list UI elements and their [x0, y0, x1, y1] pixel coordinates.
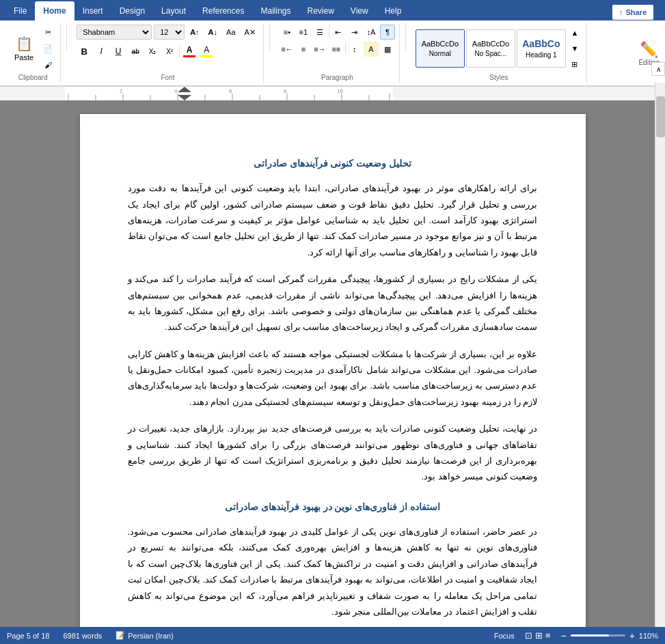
tab-references[interactable]: References — [194, 1, 252, 20]
cut-button[interactable]: ✂ — [40, 25, 56, 40]
section2-title: استفاده از فناوری‌های نوین در بهبود فرآی… — [128, 499, 538, 516]
font-color-button[interactable]: A — [182, 44, 197, 59]
font-label: Font — [161, 72, 174, 81]
bullets-button[interactable]: ≡• — [280, 25, 295, 40]
tab-review[interactable]: Review — [299, 1, 342, 20]
subscript-button[interactable]: X₂ — [145, 44, 160, 59]
para-row2: ≡← ≡ ≡→ ≡≡ ↕ A ▦ — [280, 42, 395, 57]
tab-help[interactable]: Help — [377, 1, 410, 20]
share-button[interactable]: ↑ Share — [612, 4, 654, 20]
zoom-level: 110% — [639, 632, 658, 640]
page-info: Page 5 of 18 — [7, 632, 49, 640]
word-count: 6981 words — [63, 632, 102, 640]
collapse-ribbon-button[interactable]: ∧ — [651, 62, 665, 76]
style-nospace-preview: AaBbCcDo — [472, 40, 509, 48]
decrease-indent-button[interactable]: ⇤ — [331, 25, 346, 40]
paste-button[interactable]: 📋 Paste — [10, 33, 38, 64]
superscript-button[interactable]: X² — [162, 44, 177, 59]
tab-file[interactable]: File — [5, 1, 35, 20]
tab-design[interactable]: Design — [111, 1, 153, 20]
ribbon: File Home Insert Design Layout Reference… — [0, 0, 665, 87]
clipboard-sub-buttons: ✂ 📄 🖌 — [40, 25, 56, 72]
status-bar-right: Focus ⊡ ⊞ ≡ − + 110% — [494, 630, 658, 641]
styles-more[interactable]: ⊞ — [567, 57, 582, 72]
tab-mailings[interactable]: Mailings — [252, 1, 299, 20]
highlight-color-button[interactable]: A — [199, 44, 214, 59]
paragraph-label: Paragraph — [321, 72, 353, 81]
scrollbar-thumb[interactable] — [656, 96, 665, 137]
zoom-slider[interactable] — [571, 634, 625, 636]
align-center-button[interactable]: ≡ — [296, 42, 311, 57]
section1-p2: یکی از مشکلات رایج در بسیاری از کشورها، … — [128, 271, 538, 335]
scrollbar[interactable] — [655, 83, 665, 627]
focus-button[interactable]: Focus — [494, 632, 515, 640]
document-page: تحلیل وضعیت کنونی فرآیندهای صادراتی برای… — [80, 114, 586, 631]
style-heading1-label: Heading 1 — [526, 51, 557, 59]
align-right-button[interactable]: ≡→ — [312, 42, 327, 57]
font-shrink-button[interactable]: A↓ — [205, 25, 221, 40]
clear-format-button[interactable]: A✕ — [241, 25, 259, 40]
svg-text:10: 10 — [337, 88, 343, 94]
ribbon-tabs: File Home Insert Design Layout Reference… — [0, 0, 665, 20]
para-row1: ≡• ≡1 ☰ ⇤ ⇥ ↕A ¶ — [280, 25, 395, 40]
sep-para1 — [329, 25, 329, 37]
share-icon: ↑ — [619, 8, 623, 16]
format-painter-button[interactable]: 🖌 — [40, 57, 56, 72]
style-nospace[interactable]: AaBbCcDo No Spac... — [466, 29, 515, 68]
font-family-select[interactable]: Shabnam — [77, 25, 152, 40]
print-layout-button[interactable]: ⊡ — [525, 630, 532, 641]
tab-layout[interactable]: Layout — [153, 1, 194, 20]
styles-scroll-up[interactable]: ▲ — [567, 25, 582, 40]
outline-view-button[interactable]: ≡ — [545, 630, 551, 641]
bold-button[interactable]: B — [77, 44, 92, 59]
line-spacing-button[interactable]: ↕ — [347, 42, 362, 57]
highlight-icon: A — [200, 45, 213, 57]
justify-button[interactable]: ≡≡ — [329, 42, 344, 57]
show-marks-button[interactable]: ¶ — [380, 25, 395, 40]
sort-button[interactable]: ↕A — [364, 25, 379, 40]
sep1 — [66, 23, 67, 51]
font-grow-button[interactable]: A↑ — [187, 25, 202, 40]
font-row1: Shabnam 12 A↑ A↓ Aa A✕ — [77, 25, 259, 40]
increase-indent-button[interactable]: ⇥ — [347, 25, 362, 40]
style-normal[interactable]: AaBbCcDo Normal — [416, 29, 465, 68]
align-left-button[interactable]: ≡← — [280, 42, 295, 57]
underline-button[interactable]: U — [111, 44, 126, 59]
sep-font — [179, 45, 180, 57]
borders-button[interactable]: ▦ — [380, 42, 395, 57]
multilevel-list-button[interactable]: ☰ — [312, 25, 327, 40]
zoom-controls: − + 110% — [560, 630, 658, 641]
view-buttons: ⊡ ⊞ ≡ — [525, 630, 551, 641]
ribbon-content: 📋 Paste ✂ 📄 🖌 Clipboard Shabnam — [0, 20, 665, 86]
style-heading1[interactable]: AaBbCo Heading 1 — [517, 29, 566, 68]
document-area: تحلیل وضعیت کنونی فرآیندهای صادراتی برای… — [0, 100, 665, 631]
style-normal-preview: AaBbCcDo — [422, 40, 459, 48]
shading-button[interactable]: A — [364, 42, 379, 57]
copy-button[interactable]: 📄 — [40, 41, 56, 56]
styles-scroll: ▲ ▼ ⊞ — [567, 25, 582, 72]
style-heading1-preview: AaBbCo — [522, 38, 560, 49]
language: 📝 Persian (Iran) — [116, 631, 174, 640]
status-bar: Page 5 of 18 6981 words 📝 Persian (Iran)… — [0, 627, 665, 644]
zoom-in-button[interactable]: + — [629, 630, 635, 641]
web-layout-button[interactable]: ⊞ — [535, 630, 543, 641]
styles-group-content: AaBbCcDo Normal AaBbCcDo No Spac... AaBb… — [416, 25, 582, 72]
sep2 — [269, 23, 270, 51]
font-group: Shabnam 12 A↑ A↓ Aa A✕ B I U ab X₂ X² — [72, 23, 264, 83]
svg-text:4: 4 — [174, 88, 178, 94]
tab-insert[interactable]: Insert — [74, 1, 111, 20]
italic-button[interactable]: I — [94, 44, 109, 59]
styles-group: AaBbCcDo Normal AaBbCcDo No Spac... AaBb… — [411, 23, 587, 83]
tab-view[interactable]: View — [342, 1, 377, 20]
strikethrough-button[interactable]: ab — [128, 44, 143, 59]
font-size-select[interactable]: 12 — [154, 25, 185, 40]
numbering-button[interactable]: ≡1 — [296, 25, 311, 40]
ruler-marks: 2 4 6 8 10 — [0, 87, 665, 100]
section2-p1: در عصر حاضر، استفاده از فناوری‌های نوین … — [128, 524, 538, 619]
change-case-button[interactable]: Aa — [223, 25, 239, 40]
svg-text:2: 2 — [120, 88, 123, 94]
zoom-out-button[interactable]: − — [560, 630, 566, 641]
tab-home[interactable]: Home — [35, 1, 74, 20]
svg-text:6: 6 — [229, 88, 232, 94]
styles-scroll-down[interactable]: ▼ — [567, 41, 582, 56]
